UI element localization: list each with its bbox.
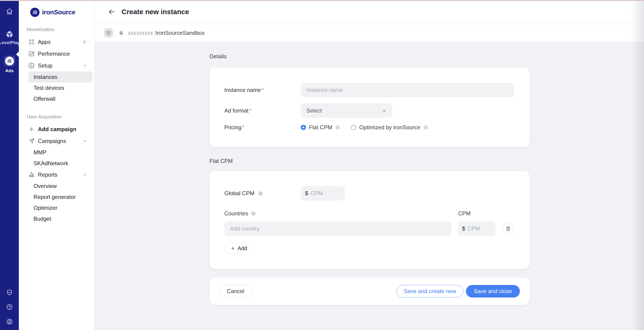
cpm-column-label: CPM — [458, 210, 470, 217]
sidebar-item-label: MMP — [34, 149, 46, 156]
delete-country-button[interactable] — [502, 223, 514, 234]
sidebar-item-label: Add campaign — [38, 126, 76, 133]
sidebar-item-instances[interactable]: Instances — [28, 71, 92, 82]
pricing-option-flat-cpm[interactable]: Flat CPM — [301, 124, 340, 131]
sidebar-item-reports[interactable]: Reports — [19, 169, 94, 180]
country-cpm-input[interactable] — [468, 225, 491, 232]
ads-label: Ads — [5, 68, 14, 73]
sidebar-item-label: Setup — [38, 62, 52, 69]
save-and-close-button[interactable]: Save and close — [466, 285, 520, 298]
add-app-icon[interactable] — [82, 39, 88, 45]
privacy-shield-icon[interactable] — [6, 289, 13, 296]
form-actions-card: Cancel Save and create new Save and clos… — [210, 278, 530, 305]
sidebar-item-label: Apps — [38, 39, 51, 45]
sidebar-item-overview[interactable]: Overview — [28, 180, 92, 191]
sidebar-item-label: Overview — [34, 183, 57, 189]
ad-format-label: Ad format* — [224, 107, 301, 114]
countries-header: Countries CPM — [224, 210, 514, 217]
radio-unselected-icon[interactable] — [351, 125, 356, 130]
chevron-down-icon — [82, 172, 88, 177]
ironsource-mark-icon: iS — [5, 57, 14, 65]
ad-format-row: Ad format* Select — [224, 104, 514, 118]
info-icon[interactable] — [258, 191, 263, 196]
rail-bottom-icons — [6, 289, 13, 330]
add-country-input[interactable] — [224, 221, 452, 236]
pricing-label: Pricing* — [224, 124, 301, 131]
cancel-button[interactable]: Cancel — [219, 285, 252, 298]
back-button[interactable] — [108, 8, 115, 15]
sidebar-item-campaigns[interactable]: Campaigns — [19, 135, 94, 147]
rail-item-levelplay[interactable]: LevelPlay — [0, 30, 20, 45]
radio-selected-icon[interactable] — [301, 125, 306, 130]
breadcrumb-divider — [115, 28, 115, 38]
account-icon[interactable] — [6, 319, 13, 325]
required-asterisk: * — [249, 107, 251, 114]
sidebar-item-test-devices[interactable]: Test devices — [28, 82, 92, 93]
global-cpm-input-wrap: $ — [301, 186, 345, 200]
apps-icon — [28, 39, 35, 45]
levelplay-label: LevelPlay — [0, 40, 20, 45]
sidebar-item-label: Performance — [38, 51, 70, 57]
sidebar-item-budget[interactable]: Budget — [28, 213, 92, 224]
sidebar-item-label: Campaigns — [38, 138, 66, 144]
chevron-down-icon — [382, 108, 387, 114]
trash-icon — [506, 226, 511, 231]
sidebar-item-performance[interactable]: Performance — [19, 48, 94, 60]
sidebar-item-label: Budget — [34, 216, 51, 222]
sidebar-item-label: SKAdNetwork — [34, 160, 68, 167]
section-user-acquisition: User Acquisition — [19, 114, 94, 120]
pricing-option-optimized[interactable]: Optimized by ironSource — [351, 124, 428, 131]
sidebar-item-label: Instances — [34, 74, 58, 80]
flat-cpm-card: Global CPM $ Countries — [210, 171, 530, 269]
flat-cpm-heading: Flat CPM — [210, 158, 530, 164]
sidebar-item-label: Reports — [38, 171, 58, 178]
content: Details Instance name* Ad format* Select — [94, 42, 644, 330]
global-cpm-input[interactable] — [310, 190, 340, 196]
info-icon[interactable] — [251, 211, 256, 216]
ad-format-value: Select — [306, 107, 322, 114]
help-icon[interactable] — [6, 304, 13, 310]
page-title: Create new instance — [122, 8, 189, 16]
info-icon[interactable] — [423, 125, 428, 130]
performance-icon — [28, 51, 35, 57]
active-module-notch — [16, 51, 19, 57]
app-name: IronSourceSandbox — [155, 30, 204, 36]
app-cube-icon[interactable] — [104, 28, 113, 38]
sidebar-item-setup[interactable]: Setup — [19, 60, 94, 71]
reports-chart-icon — [28, 171, 35, 178]
instance-name-label: Instance name* — [224, 87, 301, 93]
global-cpm-row: Global CPM $ — [224, 186, 514, 200]
ironsource-logo[interactable]: iS ironSource — [19, 8, 94, 17]
sidebar-item-add-campaign[interactable]: Add campaign — [19, 123, 94, 135]
sidebar-item-apps[interactable]: Apps — [19, 36, 94, 48]
window-top-edge — [0, 0, 644, 1]
sidebar-item-mmp[interactable]: MMP — [28, 147, 92, 158]
info-icon[interactable] — [335, 125, 340, 130]
rail-item-ads[interactable]: iS Ads — [4, 55, 15, 73]
pricing-row: Pricing* Flat CPM Optim — [224, 124, 514, 131]
unity-icon — [5, 30, 14, 38]
sidebar-item-skadnetwork[interactable]: SKAdNetwork — [28, 158, 92, 169]
sidebar-item-report-generator[interactable]: Report generator — [28, 191, 92, 202]
ad-format-select[interactable]: Select — [301, 104, 392, 118]
currency-symbol: $ — [462, 225, 465, 232]
save-and-create-new-button[interactable]: Save and create new — [396, 285, 463, 298]
add-country-button[interactable]: Add — [224, 243, 254, 254]
sidebar-item-label: Offerwall — [34, 96, 55, 102]
android-icon — [118, 30, 124, 36]
ironsource-logo-text: ironSource — [42, 8, 75, 16]
country-cpm-input-wrap: $ — [458, 221, 496, 236]
home-icon[interactable] — [6, 8, 13, 15]
breadcrumb: xxxxxxxxx IronSourceSandbox — [94, 24, 644, 42]
sidebar-item-optimizer[interactable]: Optimizer — [28, 202, 92, 213]
sidebar-item-offerwall[interactable]: Offerwall — [28, 93, 92, 104]
main-area: Create new instance xxxxxxxxx IronSource… — [94, 0, 644, 330]
ads-tile: iS — [4, 55, 15, 67]
app-screen: LevelPlay iS Ads iS ironSource Monet — [0, 0, 644, 330]
currency-symbol: $ — [305, 190, 308, 196]
instance-name-input[interactable] — [301, 83, 514, 97]
sidebar-item-label: Test devices — [34, 85, 64, 91]
chevron-down-icon — [82, 139, 88, 144]
details-heading: Details — [210, 53, 530, 60]
page-header: Create new instance — [94, 0, 644, 24]
